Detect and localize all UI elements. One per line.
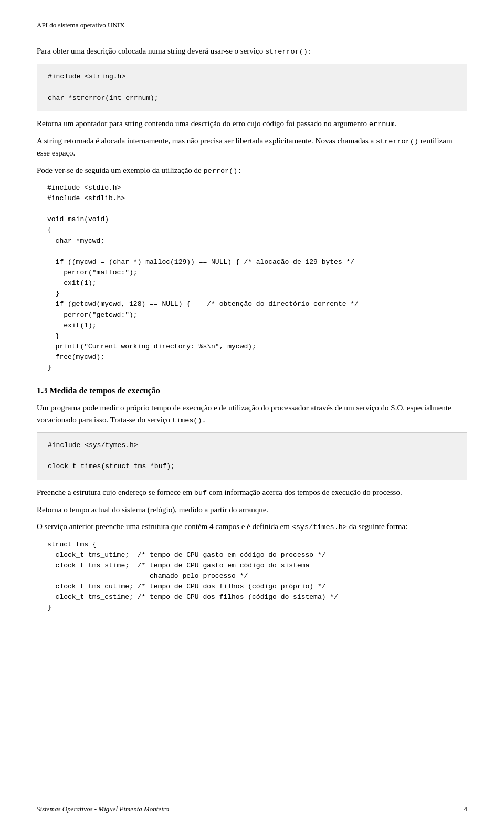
intro-para3: A string retornada é alocada internament… <box>37 135 467 159</box>
perror-ref: perror(): <box>204 167 242 175</box>
page-header: API do sistema operativo UNIX <box>37 21 467 29</box>
intro-para2: Retorna um apontador para string contend… <box>37 118 467 130</box>
section13-para2: O serviço anterior preenche uma estrutur… <box>37 521 467 533</box>
header-title: API do sistema operativo UNIX <box>37 21 125 29</box>
times-ref: times(). <box>172 417 206 424</box>
code-block-times: #include <sys/tymes.h> clock_t times(str… <box>37 432 467 480</box>
perror-intro: Pode ver-se de seguida um exemplo da uti… <box>37 164 467 177</box>
footer-page-number: 4 <box>464 805 468 813</box>
footer-left: Sistemas Operativos - Miguel Pimenta Mon… <box>37 805 169 813</box>
errnum-ref: errnum <box>369 120 395 128</box>
section13-desc1: Preenche a estrutura cujo endereço se fo… <box>37 486 467 499</box>
strerror-ref2: strerror() <box>376 138 418 146</box>
code-block-strerror: #include <string.h> char *strerror(int e… <box>37 64 467 111</box>
sys-times-ref: <sys/times.h> <box>292 523 347 531</box>
page: API do sistema operativo UNIX Para obter… <box>0 0 504 829</box>
section13-desc2: Retorna o tempo actual do sistema (relóg… <box>37 504 467 516</box>
code-block-struct: struct tms { clock_t tms_utime; /* tempo… <box>37 540 467 614</box>
intro-para1: Para obter uma descrição colocada numa s… <box>37 45 467 57</box>
strerror-service-ref: strerror(): <box>265 48 312 56</box>
page-footer: Sistemas Operativos - Miguel Pimenta Mon… <box>37 805 467 813</box>
section13-title: 1.3 Medida de tempos de execução <box>37 386 467 396</box>
code-block-perror: #include <stdio.h> #include <stdlib.h> v… <box>37 183 467 374</box>
buf-ref: buf <box>194 489 207 497</box>
section13-para1: Um programa pode medir o próprio tempo d… <box>37 402 467 426</box>
